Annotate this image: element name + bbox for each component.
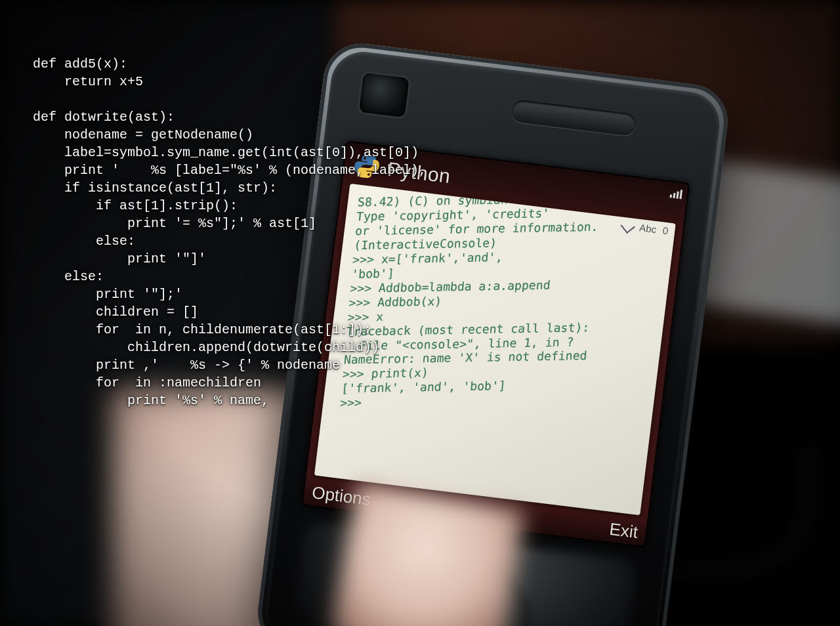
signal-icon bbox=[669, 187, 682, 199]
code-overlay: def add5(x): return x+5 def dotwrite(ast… bbox=[33, 55, 427, 409]
softkey-right[interactable]: Exit bbox=[608, 519, 639, 543]
overlay-code-text: def add5(x): return x+5 def dotwrite(ast… bbox=[33, 55, 427, 409]
status-bar bbox=[669, 187, 682, 199]
